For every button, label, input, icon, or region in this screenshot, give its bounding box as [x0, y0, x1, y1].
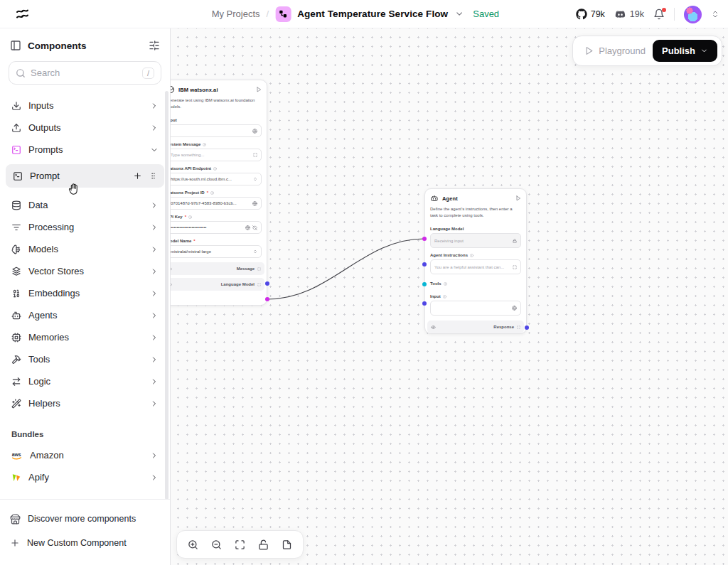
endpoint-select[interactable]: https://us-south.ml.cloud.ibm.c...: [171, 173, 262, 185]
flow-canvas[interactable]: IBM watsonx.ai Generate text using IBM w…: [171, 28, 728, 565]
zoom-out-button[interactable]: [206, 534, 227, 554]
field-label-tools: Tools: [425, 281, 526, 286]
globe-icon[interactable]: [252, 201, 257, 206]
project-id-field[interactable]: 0701487d-97b7-4583-8380-b3cb...: [171, 197, 262, 210]
output-row-response[interactable]: Response: [427, 321, 524, 333]
account-chevrons-icon[interactable]: [711, 10, 719, 18]
expand-icon[interactable]: [513, 265, 517, 269]
langflow-logo-icon[interactable]: [14, 6, 31, 23]
flow-menu-chevron-icon[interactable]: [454, 9, 464, 18]
handle-response-output[interactable]: [525, 325, 529, 330]
sidebar-item-outputs[interactable]: Outputs: [6, 117, 164, 139]
add-note-button[interactable]: [277, 534, 297, 554]
field-label-endpoint: watsonx API Endpoint: [171, 166, 267, 171]
eye-off-icon[interactable]: [252, 225, 257, 230]
discord-count-group[interactable]: 19k: [614, 9, 644, 20]
lock-button[interactable]: [253, 534, 274, 554]
node-ibm-watsonx[interactable]: IBM watsonx.ai Generate text using IBM w…: [171, 80, 267, 306]
chevron-right-icon: [150, 333, 159, 342]
chevron-right-icon: [150, 124, 159, 132]
fit-view-button[interactable]: [230, 534, 250, 554]
sidebar-item-inputs[interactable]: Inputs: [6, 95, 164, 117]
sidebar-item-models[interactable]: Models: [6, 238, 164, 260]
output-row-message[interactable]: Message: [171, 262, 264, 275]
system-message-field[interactable]: Type something...: [171, 149, 262, 161]
flow-title[interactable]: Agent Temperature Service Flow: [297, 9, 448, 19]
globe-icon[interactable]: [245, 225, 250, 230]
sidebar-item-processing[interactable]: Processing: [6, 216, 164, 238]
agent-input-field[interactable]: [430, 301, 521, 316]
sidebar-scrollbar[interactable]: [165, 91, 168, 500]
unlock-icon: [258, 539, 269, 550]
info-icon: [470, 254, 473, 257]
github-stars[interactable]: 79k: [576, 9, 605, 20]
handle-tools-input[interactable]: [422, 282, 427, 286]
terminal-square-icon: [13, 171, 23, 181]
info-icon: [443, 295, 446, 298]
sidebar-item-vector-stores[interactable]: Vector Stores: [6, 260, 164, 282]
sidebar-item-memories[interactable]: Memories: [6, 326, 164, 348]
store-icon: [10, 514, 21, 524]
api-key-field[interactable]: ••••••••••••••••••••••••: [171, 221, 262, 234]
fit-view-icon: [235, 539, 245, 550]
chevron-right-icon: [150, 223, 159, 232]
drag-grip-icon[interactable]: [149, 171, 157, 181]
run-node-icon[interactable]: [515, 195, 521, 201]
eye-icon[interactable]: [171, 282, 172, 287]
agent-instructions-field[interactable]: You are a helpful assistant that can...: [430, 259, 521, 274]
lock-icon: [513, 239, 517, 243]
notification-dot: [662, 8, 666, 12]
run-node-icon[interactable]: [256, 87, 262, 92]
globe-icon[interactable]: [252, 129, 257, 134]
add-component-icon[interactable]: [133, 171, 142, 181]
expand-icon[interactable]: [253, 153, 257, 157]
notifications-button[interactable]: [653, 9, 665, 20]
eye-icon[interactable]: [431, 325, 436, 330]
chevron-right-icon: [150, 245, 159, 254]
filter-sliders-icon[interactable]: [149, 40, 160, 51]
component-item-prompt[interactable]: Prompt: [6, 164, 164, 188]
avatar[interactable]: [684, 6, 702, 23]
header-divider: [674, 8, 675, 21]
search-icon: [16, 68, 26, 78]
handle-language-model-input[interactable]: [422, 237, 427, 241]
handle-agent-instructions-input[interactable]: [422, 262, 427, 267]
sidebar-item-apify[interactable]: Apify: [6, 466, 164, 488]
chevron-right-icon: [150, 355, 159, 364]
sidebar-item-prompts[interactable]: Prompts: [6, 139, 164, 161]
sidebar-item-tools[interactable]: Tools: [6, 348, 164, 370]
search-input[interactable]: [31, 68, 137, 78]
search-shortcut-badge: /: [142, 68, 154, 79]
input-field[interactable]: [171, 124, 262, 137]
handle-language-model-output[interactable]: [265, 297, 269, 301]
sidebar-item-logic[interactable]: Logic: [6, 370, 164, 392]
playground-button[interactable]: Playground: [584, 45, 646, 56]
save-status: Saved: [473, 9, 499, 19]
sidebar-item-data[interactable]: Data: [6, 194, 164, 216]
sidebar-item-embeddings[interactable]: Embeddings: [6, 282, 164, 304]
handle-input-input[interactable]: [422, 301, 427, 306]
chevron-right-icon: [150, 289, 159, 298]
handle-message-output[interactable]: [265, 281, 269, 286]
panel-left-icon[interactable]: [10, 40, 21, 51]
eye-icon[interactable]: [171, 267, 172, 271]
field-label-project-id: watsonx Project ID*: [171, 190, 267, 195]
search-box[interactable]: /: [9, 61, 161, 85]
discord-icon: [614, 9, 626, 20]
sidebar-item-amazon[interactable]: aws Amazon: [6, 444, 164, 466]
publish-button[interactable]: Publish: [653, 40, 717, 62]
ibm-watsonx-logo-icon: [171, 85, 175, 94]
discover-components-button[interactable]: Discover more components: [10, 507, 160, 531]
info-icon: [203, 143, 206, 146]
new-custom-component-button[interactable]: New Custom Component: [10, 531, 160, 555]
node-agent[interactable]: Agent Define the agent's instructions, t…: [424, 188, 527, 334]
sidebar-item-helpers[interactable]: Helpers: [6, 392, 164, 414]
zoom-in-button[interactable]: [183, 534, 203, 554]
model-name-select[interactable]: mistralai/mistral-large: [171, 245, 262, 258]
breadcrumb-projects-link[interactable]: My Projects: [212, 9, 260, 19]
globe-icon[interactable]: [512, 306, 517, 311]
download-icon: [11, 101, 21, 111]
canvas-actions: Playground Publish: [572, 36, 722, 66]
sidebar-item-agents[interactable]: Agents: [6, 304, 164, 326]
output-row-language-model[interactable]: Language Model: [171, 278, 264, 291]
